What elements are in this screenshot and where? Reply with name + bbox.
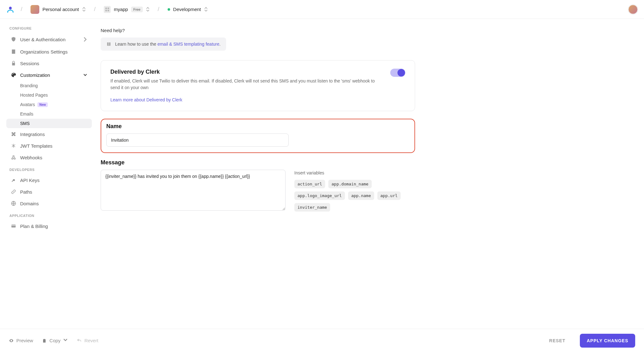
account-avatar <box>31 5 39 14</box>
vars-list: action_url app.domain_name app.logo_imag… <box>294 180 415 212</box>
card-icon <box>11 223 16 229</box>
var-chip[interactable]: app.name <box>348 191 374 200</box>
sidebar-sub-sms[interactable]: SMS <box>6 119 92 128</box>
apply-button[interactable]: APPLY CHANGES <box>580 334 635 348</box>
sidebar-item-domains[interactable]: Domains <box>6 198 92 209</box>
building-icon <box>11 49 16 54</box>
breadcrumb-app-label: myapp <box>114 7 128 12</box>
vars-title: Insert variables <box>294 170 415 175</box>
revert-button[interactable]: Revert <box>77 338 98 343</box>
link-icon <box>11 189 16 195</box>
breadcrumb-env-label: Development <box>173 7 201 12</box>
updown-icon <box>146 6 150 12</box>
svg-rect-2 <box>108 8 109 9</box>
message-label: Message <box>101 159 415 166</box>
name-input[interactable] <box>106 133 289 147</box>
sidebar-header-application: APPLICATION <box>4 209 94 220</box>
sidebar-item-customization[interactable]: Customization <box>6 69 92 81</box>
palette-icon <box>11 72 16 78</box>
lock-icon <box>11 60 16 66</box>
reset-button[interactable]: RESET <box>543 334 571 347</box>
app-icon <box>104 6 111 13</box>
sidebar-item-integrations[interactable]: Integrations <box>6 128 92 140</box>
svg-rect-4 <box>108 10 109 11</box>
sidebar-item-paths[interactable]: Paths <box>6 186 92 197</box>
sidebar-item-sessions[interactable]: Sessions <box>6 58 92 69</box>
asterisk-icon <box>11 143 16 149</box>
breadcrumb-env[interactable]: Development <box>166 5 210 14</box>
footer-bar: Preview Copy Revert RESET APPLY CHANGES <box>0 329 644 352</box>
globe-icon <box>11 201 16 206</box>
user-avatar[interactable] <box>628 5 638 14</box>
updown-icon <box>204 6 208 12</box>
undo-icon <box>77 338 82 343</box>
new-badge: New <box>37 102 48 107</box>
key-icon <box>11 177 16 183</box>
chevron-right-icon <box>83 36 87 43</box>
sidebar-sub-emails[interactable]: Emails <box>6 109 92 119</box>
breadcrumb-sep: / <box>157 6 161 13</box>
var-chip[interactable]: app.url <box>377 191 401 200</box>
breadcrumb-sep: / <box>19 6 24 13</box>
help-link[interactable]: email & SMS templating feature <box>158 42 219 47</box>
shield-icon <box>11 37 16 42</box>
var-chip[interactable]: inviter_name <box>294 203 330 212</box>
svg-rect-10 <box>11 225 16 226</box>
webhook-icon <box>11 155 16 160</box>
book-icon <box>106 42 111 47</box>
need-help-heading: Need help? <box>101 28 415 33</box>
name-field-wrap: Name <box>101 119 415 153</box>
breadcrumb-sep: / <box>93 6 97 13</box>
toggle-knob <box>397 69 405 77</box>
sidebar-header-configure: CONFIGURE <box>4 22 94 33</box>
sidebar-item-jwt[interactable]: JWT Templates <box>6 140 92 151</box>
message-field-wrap: Message Insert variables action_url app.… <box>101 159 415 212</box>
breadcrumb-account-label: Personal account <box>42 7 79 12</box>
clipboard-icon <box>42 338 47 343</box>
svg-rect-3 <box>105 10 107 11</box>
var-chip[interactable]: action_url <box>294 180 325 188</box>
sidebar-item-plan[interactable]: Plan & Billing <box>6 220 92 232</box>
plan-badge: Free <box>131 7 143 12</box>
name-label: Name <box>106 123 409 130</box>
eye-icon <box>9 338 14 343</box>
app-logo <box>6 5 14 14</box>
message-textarea[interactable] <box>101 170 286 211</box>
chevron-down-icon <box>63 338 68 343</box>
main-content: Need help? Learn how to use the email & … <box>94 19 644 329</box>
copy-button[interactable]: Copy <box>42 338 68 343</box>
help-text: Learn how to use the email & SMS templat… <box>115 42 220 47</box>
svg-point-0 <box>9 7 12 9</box>
preview-button[interactable]: Preview <box>9 338 33 343</box>
sidebar-sub-hosted[interactable]: Hosted Pages <box>6 90 92 100</box>
puzzle-icon <box>11 131 16 137</box>
breadcrumb-app[interactable]: myapp Free <box>102 5 152 14</box>
card-desc: If enabled, Clerk will use Twilio to del… <box>110 78 383 91</box>
svg-rect-1 <box>105 8 107 9</box>
sidebar-item-api-keys[interactable]: API Keys <box>6 174 92 186</box>
sidebar-sub-branding[interactable]: Branding <box>6 81 92 90</box>
sidebar-item-user-auth[interactable]: User & Authentication <box>6 33 92 46</box>
breadcrumb-account[interactable]: Personal account <box>29 4 88 15</box>
sidebar-item-orgs[interactable]: Organizations Settings <box>6 46 92 57</box>
topbar: / Personal account / myapp Free / Develo… <box>0 0 644 19</box>
card-learn-more-link[interactable]: Learn more about Delivered by Clerk <box>110 97 182 102</box>
sidebar-sub-avatars[interactable]: Avatars New <box>6 100 92 109</box>
delivered-toggle[interactable] <box>390 69 405 77</box>
delivered-card: Delivered by Clerk If enabled, Clerk wil… <box>101 60 415 111</box>
updown-icon <box>82 6 86 12</box>
sidebar: CONFIGURE User & Authentication Organiza… <box>0 19 94 329</box>
card-title: Delivered by Clerk <box>110 69 383 75</box>
sidebar-header-developers: DEVELOPERS <box>4 163 94 174</box>
var-chip[interactable]: app.logo_image_url <box>294 191 345 200</box>
var-chip[interactable]: app.domain_name <box>328 180 371 188</box>
svg-rect-9 <box>11 225 16 228</box>
env-status-dot <box>168 8 170 11</box>
sidebar-item-webhooks[interactable]: Webhooks <box>6 152 92 163</box>
chevron-down-icon <box>83 73 87 77</box>
help-banner: Learn how to use the email & SMS templat… <box>101 37 226 51</box>
